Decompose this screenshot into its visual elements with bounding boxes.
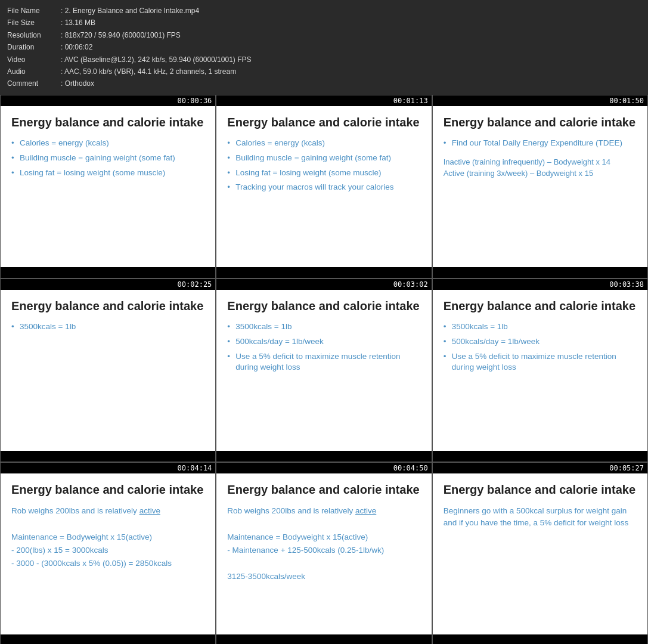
- video-cell-4: 00:03:02Energy balance and calorie intak…: [216, 278, 432, 462]
- duration-label: Duration: [7, 41, 61, 53]
- video-cell-6: 00:04:14Energy balance and calorie intak…: [0, 462, 216, 644]
- card-list-1: Calories = energy (kcals)Building muscle…: [227, 138, 420, 197]
- card-list-2: Find our Total Daily Energy Expenditure …: [444, 138, 637, 153]
- list-item-1-1: Building muscle = gaining weight (some f…: [227, 153, 420, 164]
- card-title-3: Energy balance and calorie intake: [11, 299, 204, 313]
- bottom-bar-8: [433, 634, 647, 644]
- card-7: Energy balance and calorie intakeRob wei…: [216, 473, 431, 634]
- timestamp-8: 00:05:27: [433, 463, 647, 473]
- comment-value: : Orthodox: [61, 78, 94, 89]
- list-item-5-0: 3500kcals = 1lb: [444, 321, 637, 333]
- card-2: Energy balance and calorie intakeFind ou…: [433, 106, 647, 267]
- card-1: Energy balance and calorie intakeCalorie…: [216, 106, 431, 267]
- bottom-bar-4: [216, 451, 431, 462]
- resolution-value: : 818x720 / 59.940 (60000/1001) FPS: [61, 29, 181, 41]
- card-textblock-6: Rob weighs 200lbs and is relatively acti…: [11, 505, 204, 571]
- list-item-5-1: 500kcals/day = 1lb/week: [444, 336, 637, 348]
- card-title-7: Energy balance and calorie intake: [227, 483, 420, 497]
- timestamp-4: 00:03:02: [216, 279, 431, 290]
- card-title-1: Energy balance and calorie intake: [227, 116, 420, 129]
- filename-value: : 2. Energy Balance and Calorie Intake.m…: [61, 5, 199, 17]
- card-title-8: Energy balance and calorie intake: [444, 483, 637, 497]
- card-0: Energy balance and calorie intakeCalorie…: [1, 106, 215, 267]
- duration-value: : 00:06:02: [61, 41, 92, 53]
- filename-label: File Name: [7, 5, 61, 17]
- text-line-7-3: - Maintenance + 125-500kcals (0.25-1lb/w…: [227, 544, 420, 556]
- video-cell-3: 00:02:25Energy balance and calorie intak…: [0, 278, 216, 462]
- list-item-4-0: 3500kcals = 1lb: [227, 321, 420, 333]
- filesize-label: File Size: [7, 17, 61, 29]
- text-line-7-2: Maintenance = Bodyweight x 15(active): [227, 531, 420, 543]
- timestamp-2: 00:01:50: [433, 95, 647, 106]
- card-8: Energy balance and calorie intakeBeginne…: [433, 473, 647, 634]
- card-list-4: 3500kcals = 1lb500kcals/day = 1lb/weekUs…: [227, 321, 420, 377]
- video-cell-8: 00:05:27Energy balance and calorie intak…: [432, 462, 648, 644]
- video-cell-7: 00:04:50Energy balance and calorie intak…: [216, 462, 432, 644]
- list-item-4-2: Use a 5% deficit to maximize muscle rete…: [227, 351, 420, 374]
- card-title-4: Energy balance and calorie intake: [227, 299, 420, 313]
- bottom-bar-1: [216, 267, 431, 278]
- timestamp-1: 00:01:13: [216, 95, 431, 106]
- list-item-0-2: Losing fat = losing weight (some muscle): [11, 168, 204, 179]
- video-cell-1: 00:01:13Energy balance and calorie intak…: [216, 95, 432, 278]
- bottom-bar-5: [433, 451, 647, 462]
- card-textblock-8: Beginners go with a 500kcal surplus for …: [444, 505, 637, 531]
- list-item-4-1: 500kcals/day = 1lb/week: [227, 336, 420, 348]
- list-item-1-3: Tracking your macros will track your cal…: [227, 182, 420, 193]
- file-info: File Name : 2. Energy Balance and Calori…: [0, 0, 648, 95]
- card-title-5: Energy balance and calorie intake: [444, 299, 637, 313]
- text-line-6-0: Rob weighs 200lbs and is relatively acti…: [11, 505, 204, 517]
- card-textblock-7: Rob weighs 200lbs and is relatively acti…: [227, 505, 420, 584]
- card-5: Energy balance and calorie intake3500kca…: [433, 290, 647, 451]
- filesize-value: : 13.16 MB: [61, 17, 95, 29]
- timestamp-7: 00:04:50: [216, 463, 431, 473]
- card-title-2: Energy balance and calorie intake: [444, 116, 637, 129]
- video-label: Video: [7, 54, 61, 66]
- card-4: Energy balance and calorie intake3500kca…: [216, 290, 431, 451]
- card-list-0: Calories = energy (kcals)Building muscle…: [11, 138, 204, 182]
- bottom-bar-2: [433, 267, 647, 278]
- video-grid: 00:00:36Energy balance and calorie intak…: [0, 95, 648, 644]
- list-item-3-0: 3500kcals = 1lb: [11, 321, 204, 333]
- video-cell-5: 00:03:38Energy balance and calorie intak…: [432, 278, 648, 462]
- card-list-5: 3500kcals = 1lb500kcals/day = 1lb/weekUs…: [444, 321, 637, 377]
- text-line-6-2: Maintenance = Bodyweight x 15(active): [11, 531, 204, 543]
- text-line-6-3: - 200(lbs) x 15 = 3000kcals: [11, 544, 204, 556]
- card-3: Energy balance and calorie intake3500kca…: [1, 290, 215, 451]
- bottom-bar-0: [1, 267, 215, 278]
- list-item-5-2: Use a 5% deficit to maximize muscle rete…: [444, 351, 637, 374]
- text-line-6-4: - 3000 - (3000kcals x 5% (0.05)) = 2850k…: [11, 558, 204, 569]
- card-title-6: Energy balance and calorie intake: [11, 483, 204, 497]
- bottom-bar-7: [216, 634, 431, 644]
- bottom-bar-3: [1, 451, 215, 462]
- list-item-1-0: Calories = energy (kcals): [227, 138, 420, 149]
- timestamp-5: 00:03:38: [433, 279, 647, 290]
- list-item-0-0: Calories = energy (kcals): [11, 138, 204, 149]
- resolution-label: Resolution: [7, 29, 61, 41]
- text-line-7-0: Rob weighs 200lbs and is relatively acti…: [227, 505, 420, 517]
- video-cell-0: 00:00:36Energy balance and calorie intak…: [0, 95, 216, 278]
- card-6: Energy balance and calorie intakeRob wei…: [1, 473, 215, 634]
- text-line-7-5: 3125-3500kcals/week: [227, 571, 420, 583]
- audio-value: : AAC, 59.0 kb/s (VBR), 44.1 kHz, 2 chan…: [61, 66, 236, 78]
- card-list-3: 3500kcals = 1lb: [11, 321, 204, 336]
- audio-label: Audio: [7, 66, 61, 78]
- comment-label: Comment: [7, 78, 61, 89]
- bottom-bar-6: [1, 634, 215, 644]
- video-value: : AVC (Baseline@L3.2), 242 kb/s, 59.940 …: [61, 54, 251, 66]
- card-title-0: Energy balance and calorie intake: [11, 116, 204, 129]
- list-item-1-2: Losing fat = losing weight (some muscle): [227, 168, 420, 179]
- list-item-2-0: Find our Total Daily Energy Expenditure …: [444, 138, 637, 149]
- video-cell-2: 00:01:50Energy balance and calorie intak…: [432, 95, 648, 278]
- timestamp-6: 00:04:14: [1, 463, 215, 473]
- card-subtext-2: Inactive (training infrequently) – Bodyw…: [444, 156, 637, 179]
- text-line-8-0: Beginners go with a 500kcal surplus for …: [444, 505, 637, 530]
- timestamp-3: 00:02:25: [1, 279, 215, 290]
- timestamp-0: 00:00:36: [1, 95, 215, 106]
- list-item-0-1: Building muscle = gaining weight (some f…: [11, 153, 204, 164]
